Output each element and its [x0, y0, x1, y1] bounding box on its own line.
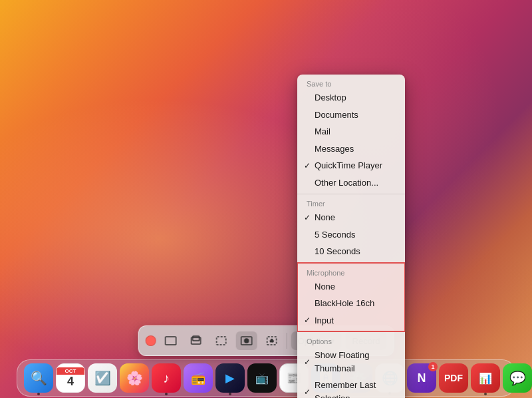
svg-point-5 [245, 339, 249, 343]
show-thumbnail-label: Show Floating Thumbnail [315, 349, 396, 375]
dock-app-quicktime[interactable]: ▶ [215, 363, 245, 393]
remember-last-check: ✓ [304, 386, 311, 398]
documents-label: Documents [315, 108, 358, 122]
music-dot [165, 393, 168, 395]
calendar-month: OCT [57, 367, 84, 375]
selection-icon[interactable] [211, 331, 232, 350]
desktop-label: Desktop [315, 91, 346, 104]
10-seconds-label: 10 Seconds [315, 245, 360, 258]
none-timer-check: ✓ [304, 212, 311, 224]
dock-app-calendar[interactable]: OCT 4 [56, 363, 85, 393]
dock-app-onenote[interactable]: N 1 [407, 363, 436, 393]
dock-app-finder[interactable]: 🔍 [24, 363, 53, 393]
dock-app-activity[interactable]: 📊 [471, 363, 500, 393]
fullscreen-icon[interactable] [160, 331, 182, 350]
calendar-day: 4 [67, 375, 74, 389]
dock-app-messages[interactable]: 💬 [503, 363, 532, 393]
menu-item-10-seconds[interactable]: 10 Seconds [297, 243, 405, 260]
input-label: Input [315, 314, 334, 327]
dock-app-appletv[interactable]: 📺 [247, 363, 277, 393]
other-location-label: Other Location... [315, 176, 378, 190]
menu-item-5-seconds[interactable]: 5 Seconds [297, 226, 405, 244]
svg-point-7 [270, 339, 273, 343]
quicktime-dot [229, 393, 231, 395]
screen-record-selection-icon[interactable] [261, 331, 283, 350]
messages-label: Messages [315, 142, 354, 156]
menu-item-documents[interactable]: Documents [297, 106, 405, 124]
mail-label: Mail [315, 125, 331, 138]
menu-item-show-thumbnail[interactable]: ✓ Show Floating Thumbnail [297, 347, 405, 377]
menu-item-desktop[interactable]: Desktop [297, 89, 405, 106]
dock-app-pdf[interactable]: PDF [439, 363, 468, 393]
close-button[interactable] [146, 335, 156, 346]
menu-item-mail[interactable]: Mail [297, 123, 405, 140]
menu-item-other-location[interactable]: Other Location... [297, 174, 405, 192]
activity-dot [484, 393, 487, 395]
onenote-badge: 1 [428, 362, 438, 371]
none-mic-label: None [315, 280, 335, 294]
menu-item-blackhole[interactable]: BlackHole 16ch [297, 295, 405, 312]
show-thumbnail-check: ✓ [304, 356, 311, 368]
blackhole-label: BlackHole 16ch [315, 297, 374, 310]
svg-rect-0 [166, 337, 176, 345]
dock-app-music[interactable]: ♪ [152, 363, 181, 393]
menu-item-none-mic[interactable]: None [297, 278, 405, 296]
window-icon[interactable] [186, 331, 207, 350]
toolbar-divider [287, 333, 287, 349]
svg-rect-2 [193, 336, 200, 341]
menu-item-none-timer[interactable]: ✓ None [297, 209, 405, 226]
quicktime-check: ✓ [304, 160, 311, 172]
5-seconds-label: 5 Seconds [315, 228, 355, 242]
menu-section-save-to: Save to Desktop Documents Mail Messages … [297, 75, 405, 194]
menu-item-quicktime[interactable]: ✓ QuickTime Player [297, 157, 405, 174]
dock-app-podcasts[interactable]: 📻 [184, 363, 213, 393]
menu-section-microphone: Microphone None BlackHole 16ch ✓ Input [297, 263, 405, 332]
none-timer-label: None [315, 211, 335, 224]
microphone-header: Microphone [297, 266, 405, 278]
timer-header: Timer [297, 197, 405, 209]
menu-section-timer: Timer ✓ None 5 Seconds 10 Seconds [297, 194, 405, 263]
dock-app-photos[interactable]: 🌸 [120, 363, 149, 393]
context-menu: Save to Desktop Documents Mail Messages … [297, 75, 405, 398]
remember-last-label: Remember Last Selection [315, 379, 396, 398]
input-check: ✓ [304, 314, 311, 326]
menu-item-messages[interactable]: Messages [297, 140, 405, 158]
save-to-header: Save to [297, 77, 405, 89]
options-header: Options [297, 335, 405, 347]
dock-app-reminders[interactable]: ☑️ [88, 363, 117, 393]
menu-item-remember-last[interactable]: ✓ Remember Last Selection [297, 377, 405, 398]
menu-item-input[interactable]: ✓ Input [297, 312, 405, 329]
finder-dot [37, 393, 40, 395]
screen-record-icon[interactable] [236, 331, 257, 350]
quicktime-label: QuickTime Player [315, 159, 382, 172]
system-dock: 🔍 OCT 4 ☑️ 🌸 ♪ 📻 ▶ 📺 📰 🅰 ⚙️ 🌐 [17, 359, 515, 397]
svg-rect-3 [217, 337, 226, 345]
menu-section-options: Options ✓ Show Floating Thumbnail ✓ Reme… [297, 331, 405, 398]
